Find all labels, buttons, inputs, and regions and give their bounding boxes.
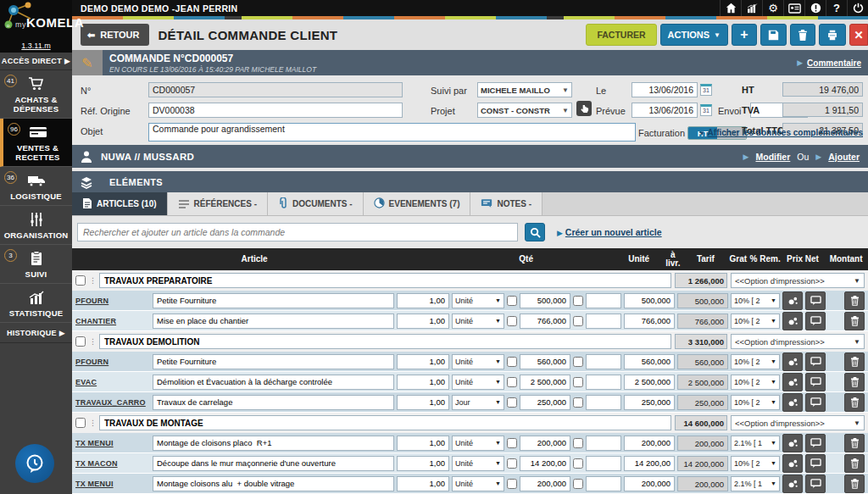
article-options-button[interactable] <box>782 454 803 473</box>
article-options-button[interactable] <box>782 393 803 412</box>
designation-input[interactable] <box>153 354 394 369</box>
qty-input[interactable] <box>397 375 449 390</box>
article-comment-button[interactable] <box>805 312 826 330</box>
prix-net-input[interactable] <box>624 436 675 451</box>
article-delete-button[interactable] <box>844 373 865 391</box>
a-livrer-checkbox[interactable] <box>507 479 517 489</box>
prevue-calendar-icon[interactable]: 31 <box>700 104 712 116</box>
unit-select[interactable]: Unité▼ <box>452 293 504 308</box>
article-options-button[interactable] <box>782 373 803 391</box>
print-option-select[interactable]: <<Option d'impression>>▼ <box>731 415 865 430</box>
retour-button[interactable]: ⬅ RETOUR <box>81 24 149 46</box>
stats-icon[interactable] <box>741 0 762 16</box>
unit-select[interactable]: Unité▼ <box>452 314 504 329</box>
tarif-input[interactable] <box>520 476 570 491</box>
gratuit-checkbox[interactable] <box>573 458 583 469</box>
group-title-input[interactable] <box>99 273 671 288</box>
save-button[interactable] <box>760 24 787 46</box>
help-chat-button[interactable] <box>15 444 54 483</box>
sidebar-item-acces-direct[interactable]: ACCÈS DIRECT▶ <box>0 53 72 70</box>
article-code-link[interactable]: TX MENUI <box>75 439 150 447</box>
designation-input[interactable] <box>153 293 394 308</box>
actions-button[interactable]: ACTIONS▼ <box>660 24 728 46</box>
a-livrer-checkbox[interactable] <box>507 357 517 367</box>
article-code-link[interactable]: TRAVAUX_CARRO <box>75 398 150 407</box>
group-title-input[interactable] <box>99 415 671 430</box>
le-calendar-icon[interactable]: 31 <box>700 84 712 96</box>
no-field[interactable] <box>148 82 403 97</box>
article-code-link[interactable]: PFOURN <box>75 358 150 366</box>
tarif-input[interactable] <box>520 436 570 451</box>
tab-notes-[interactable]: NOTES - <box>470 192 542 215</box>
designation-input[interactable] <box>153 436 394 451</box>
article-options-button[interactable] <box>782 434 803 452</box>
group-checkbox[interactable] <box>75 275 86 286</box>
qty-input[interactable] <box>397 293 449 308</box>
article-delete-button[interactable] <box>844 352 865 371</box>
article-code-link[interactable]: EVAC <box>75 378 150 386</box>
gratuit-checkbox[interactable] <box>573 377 583 387</box>
edit-commande-button[interactable]: ✎ <box>72 50 103 75</box>
article-options-button[interactable] <box>782 475 803 493</box>
tva-select[interactable]: 2.1% [ 1▼ <box>731 476 780 491</box>
tarif-input[interactable] <box>520 293 570 308</box>
remise-input[interactable] <box>586 436 621 451</box>
qty-input[interactable] <box>397 456 449 471</box>
remise-input[interactable] <box>586 293 621 308</box>
add-button[interactable]: + <box>732 24 757 46</box>
tva-select[interactable]: 10% [ 2▼ <box>731 354 780 369</box>
prix-net-input[interactable] <box>624 314 675 329</box>
delete-button[interactable] <box>790 24 815 46</box>
qty-input[interactable] <box>397 476 449 491</box>
designation-input[interactable] <box>153 395 394 410</box>
projet-select[interactable]: CONST - CONSTR▼ <box>477 103 572 118</box>
tva-select[interactable]: 10% [ 2▼ <box>731 375 780 390</box>
group-title-input[interactable] <box>99 334 671 349</box>
le-date-field[interactable] <box>632 82 698 97</box>
tarif-input[interactable] <box>520 314 570 329</box>
qty-input[interactable] <box>397 314 449 329</box>
search-button[interactable] <box>525 223 545 241</box>
a-livrer-checkbox[interactable] <box>507 316 517 326</box>
qty-input[interactable] <box>397 354 449 369</box>
article-comment-button[interactable] <box>805 373 826 391</box>
prevue-date-field[interactable] <box>632 103 698 118</box>
tva-select[interactable]: 10% [ 2▼ <box>731 456 780 471</box>
ajouter-client-link[interactable]: Ajouter <box>828 152 860 162</box>
tarif-input[interactable] <box>520 375 570 390</box>
sidebar-item-ventes-recettes[interactable]: 96VENTES & RECETTES <box>0 119 72 167</box>
gratuit-checkbox[interactable] <box>573 296 583 306</box>
remise-input[interactable] <box>586 375 621 390</box>
gratuit-checkbox[interactable] <box>573 357 583 367</box>
designation-input[interactable] <box>153 456 394 471</box>
article-code-link[interactable]: CHANTIER <box>75 317 150 325</box>
a-livrer-checkbox[interactable] <box>507 458 517 469</box>
tab-documents-[interactable]: DOCUMENTS - <box>268 192 364 215</box>
unit-select[interactable]: Unité▼ <box>452 436 504 451</box>
tarif-input[interactable] <box>520 456 570 471</box>
sidebar-item-historique[interactable]: HISTORIQUE▶ <box>0 323 72 343</box>
idcard-icon[interactable] <box>783 0 804 16</box>
modifier-client-link[interactable]: Modifier <box>755 152 790 162</box>
prix-net-input[interactable] <box>624 354 675 369</box>
article-comment-button[interactable] <box>805 393 826 412</box>
sidebar-item-organisation[interactable]: ORGANISATION <box>0 206 72 245</box>
article-code-link[interactable]: TX MENUI <box>75 480 150 488</box>
sidebar-item-achats-d-penses[interactable]: 41ACHATS & DÉPENSES <box>0 70 72 119</box>
sidebar-item-logistique[interactable]: 36LOGISTIQUE <box>0 167 72 206</box>
unit-select[interactable]: Jour▼ <box>452 395 504 410</box>
gratuit-checkbox[interactable] <box>573 397 583 408</box>
a-livrer-checkbox[interactable] <box>507 296 517 306</box>
qty-input[interactable] <box>397 436 449 451</box>
article-delete-button[interactable] <box>844 454 865 473</box>
a-livrer-checkbox[interactable] <box>507 377 517 387</box>
remise-input[interactable] <box>586 456 621 471</box>
unit-select[interactable]: Unité▼ <box>452 456 504 471</box>
article-delete-button[interactable] <box>844 475 865 493</box>
unit-select[interactable]: Unité▼ <box>452 375 504 390</box>
help-icon[interactable]: ? <box>826 0 847 16</box>
prix-net-input[interactable] <box>624 293 675 308</box>
print-option-select[interactable]: <<Option d'impression>>▼ <box>731 334 865 349</box>
power-icon[interactable] <box>847 0 868 16</box>
prix-net-input[interactable] <box>624 395 675 410</box>
